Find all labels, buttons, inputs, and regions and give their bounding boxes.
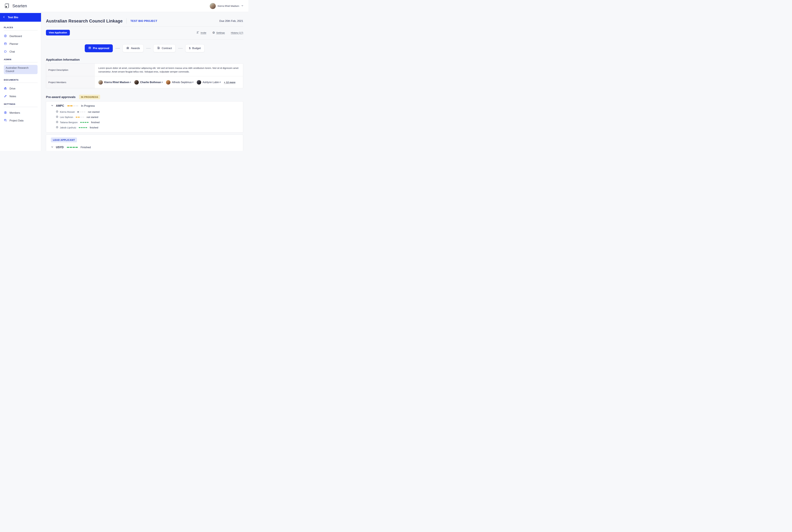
member-status: finished bbox=[91, 121, 99, 124]
chevron-left-icon bbox=[3, 16, 5, 19]
member-chip[interactable]: Kierra Rhiel Madsen 1 bbox=[98, 80, 131, 84]
member-superscript: 2 bbox=[192, 81, 193, 83]
settings-label: Settings bbox=[216, 31, 225, 34]
progress-bar bbox=[77, 112, 86, 112]
pre-award-approvals-header: Pre-award approvals IN PROGRESS bbox=[46, 95, 243, 99]
step-awards[interactable]: Awards bbox=[122, 44, 144, 52]
brand[interactable]: Searten bbox=[4, 2, 27, 10]
user-avatar bbox=[210, 3, 216, 9]
progress-bar bbox=[80, 122, 89, 123]
member-chip[interactable]: Ashlynn Lubin 2 bbox=[197, 80, 221, 84]
sidebar-item-australian-research-council[interactable]: Australian Research Council bbox=[4, 65, 38, 74]
sidebar-item-label: Chat bbox=[10, 50, 15, 53]
step-connector bbox=[115, 48, 120, 49]
avatar bbox=[98, 80, 103, 84]
table-row: Project Members Kierra Rhiel Madsen 1 Ch… bbox=[46, 76, 243, 88]
group-name: USYD bbox=[56, 146, 64, 149]
person-circle-icon bbox=[56, 121, 58, 124]
sidebar-section-settings: SETTINGS bbox=[4, 103, 38, 105]
member-superscript: 1 bbox=[130, 81, 131, 83]
person-circle-icon bbox=[4, 111, 7, 115]
member-name: Charlie Bothman bbox=[140, 81, 161, 84]
progress-bar bbox=[76, 117, 84, 118]
sidebar-item-planner[interactable]: Planner bbox=[4, 42, 38, 46]
user-menu[interactable]: Kierra Rhiel Madsen bbox=[210, 3, 244, 9]
member-status: not started bbox=[88, 111, 99, 113]
status-badge: IN PROGRESS bbox=[79, 95, 100, 99]
member-name: Ashlynn Lubin bbox=[203, 81, 219, 84]
approval-group-card-ampc: AMPC In Progress Kierra Rosser not start… bbox=[46, 101, 243, 133]
more-members-link[interactable]: + 12 more bbox=[224, 81, 235, 84]
lead-applicant-badge: LEAD APPLICANT bbox=[51, 137, 77, 142]
dashboard-icon bbox=[4, 34, 7, 38]
progress-bar bbox=[67, 105, 78, 107]
person-circle-icon bbox=[56, 115, 58, 119]
progress-bar bbox=[79, 127, 87, 128]
avatar bbox=[166, 80, 170, 84]
sidebar-back-button[interactable]: Test Bio bbox=[0, 13, 41, 22]
group-status: In Progress bbox=[81, 104, 95, 108]
sidebar-item-drive[interactable]: Drive bbox=[4, 87, 38, 91]
group-row-usyd[interactable]: USYD Finished bbox=[51, 146, 238, 149]
step-label: Budget bbox=[192, 47, 201, 50]
step-budget[interactable]: $ Budget bbox=[185, 44, 204, 52]
member-name: Kierra Rosser bbox=[60, 111, 75, 113]
table-row: Project Description Lorem ipsum dolor si… bbox=[46, 64, 243, 76]
row-label: Project Description bbox=[46, 64, 95, 76]
calendar-icon bbox=[4, 42, 7, 46]
view-application-button[interactable]: View Application bbox=[46, 30, 70, 36]
member-name: Kierra Rhiel Madsen bbox=[104, 81, 129, 84]
sidebar-item-label: Project Data bbox=[10, 119, 23, 122]
sidebar-section-admin: ADMIN bbox=[4, 58, 38, 61]
sidebar-section-documents: DOCUMENTS bbox=[4, 79, 38, 81]
member-status: not started bbox=[87, 116, 98, 119]
person-circle-icon bbox=[56, 126, 58, 129]
sidebar-item-project-data[interactable]: Project Data bbox=[4, 119, 38, 122]
approval-member-row: Leo Siphron not started bbox=[56, 114, 238, 120]
history-label: History (17) bbox=[231, 31, 243, 34]
group-name: AMPC bbox=[56, 104, 64, 108]
step-contract[interactable]: Contract bbox=[153, 44, 175, 52]
sidebar-item-label: Dashboard bbox=[10, 35, 22, 38]
top-bar: Searten Kierra Rhiel Madsen bbox=[0, 0, 248, 12]
history-link[interactable]: History (17) bbox=[231, 31, 243, 34]
application-information-heading: Application Information bbox=[46, 58, 243, 61]
member-name: Jakob Lipshutz bbox=[60, 126, 76, 129]
dollar-icon: $ bbox=[189, 47, 190, 50]
step-label: Contract bbox=[162, 47, 172, 50]
settings-link[interactable]: ⚙ Settings bbox=[212, 31, 225, 34]
step-connector bbox=[178, 48, 183, 49]
step-label: Pre approval bbox=[93, 47, 109, 50]
sidebar-item-dashboard[interactable]: Dashboard bbox=[4, 34, 38, 38]
member-name: Alfredo Septimus bbox=[172, 81, 192, 84]
step-pre-approval[interactable]: Pre approval bbox=[85, 44, 113, 52]
sidebar-item-chat[interactable]: Chat bbox=[4, 50, 38, 54]
member-name: Leo Siphron bbox=[60, 116, 73, 119]
person-circle-icon bbox=[56, 110, 58, 114]
due-date: Due 20th Feb, 2021 bbox=[220, 19, 243, 23]
sidebar: Test Bio PLACES Dashboard bbox=[0, 12, 41, 151]
project-tag-link[interactable]: TEST BIO PROJECT bbox=[130, 19, 157, 23]
sidebar-item-label: Drive bbox=[10, 87, 15, 90]
sidebar-item-label: Notes bbox=[10, 95, 16, 98]
avatar bbox=[134, 80, 139, 84]
approval-member-row: Tatiana Bergson finished bbox=[56, 120, 238, 125]
chat-bubble-icon bbox=[4, 50, 7, 54]
page-header: Australian Research Council Linkage TEST… bbox=[46, 18, 243, 24]
invite-label: Invite bbox=[201, 31, 206, 34]
member-chip[interactable]: Alfredo Septimus 2 bbox=[166, 80, 193, 84]
member-name: Tatiana Bergson bbox=[60, 121, 78, 124]
sidebar-item-notes[interactable]: Notes bbox=[4, 95, 38, 98]
invite-link[interactable]: Invite bbox=[196, 31, 206, 34]
divider bbox=[46, 26, 243, 26]
group-member-rows: Kierra Rosser not started Leo Siphron no… bbox=[51, 109, 238, 130]
member-chip[interactable]: Charlie Bothman 1 bbox=[134, 80, 163, 84]
pencil-icon bbox=[4, 95, 7, 98]
page-title: Australian Research Council Linkage bbox=[46, 19, 122, 24]
sidebar-item-label: Planner bbox=[10, 43, 18, 45]
database-download-icon bbox=[4, 119, 7, 122]
sidebar-item-members[interactable]: Members bbox=[4, 111, 38, 115]
group-row-ampc[interactable]: AMPC In Progress bbox=[51, 104, 238, 108]
brand-name: Searten bbox=[12, 3, 27, 8]
bank-icon bbox=[126, 46, 129, 50]
